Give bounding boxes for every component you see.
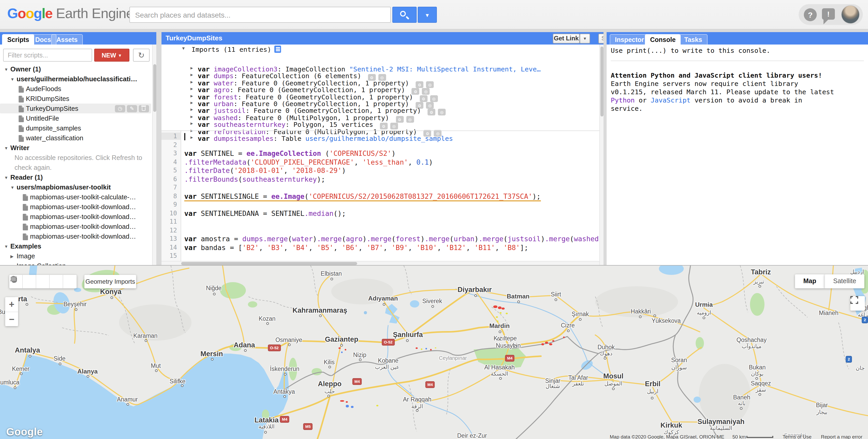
chevron-right-icon[interactable]: ▶ [190, 115, 193, 119]
tab-inspector[interactable]: Inspector [610, 34, 649, 44]
delete-trash-icon[interactable] [139, 105, 149, 112]
chevron-right-icon[interactable]: ▶ [190, 80, 193, 84]
chevron-down-icon[interactable]: ▼ [4, 242, 8, 251]
search-input[interactable] [129, 7, 391, 23]
editor-hscrollbar[interactable] [161, 261, 599, 265]
save-button[interactable]: Save [598, 34, 603, 43]
script-tree-file[interactable]: mapbiomas-user-toolkit-download… [0, 202, 151, 212]
map-city-label: Gaziantep [325, 336, 358, 343]
chevron-right-icon[interactable]: ▶ [190, 121, 193, 126]
chevron-down-icon[interactable]: ▼ [4, 143, 8, 153]
chevron-down-icon[interactable]: ▼ [10, 183, 14, 192]
collapse-arrow-icon[interactable]: ▼ [182, 46, 185, 51]
import-target-icon[interactable]: ◎ [438, 109, 446, 116]
script-tree-item[interactable]: ▼Reader (1) [0, 173, 151, 182]
chevron-right-icon[interactable]: ▶ [190, 66, 193, 70]
map-city-dot [29, 355, 31, 357]
chevron-down-icon[interactable]: ▼ [10, 74, 14, 84]
script-tree-file[interactable]: dumpsite_samples [0, 123, 151, 133]
console-notice-line: Earth Engine servers now require client … [611, 80, 863, 88]
javascript-link[interactable]: JavaScript [651, 96, 690, 104]
code-area[interactable]: var SENTINEL = ee.ImageCollection ('COPE… [161, 131, 599, 261]
chevron-right-icon[interactable]: ▶ [190, 87, 193, 91]
script-tree-file[interactable]: mapbiomas-user-toolkit-download… [0, 222, 151, 231]
import-settings-gear-icon[interactable]: ⚙ [428, 109, 435, 116]
import-asset-link[interactable]: "Sentinel-2 MSI: MultiSpectral Instrumen… [349, 65, 541, 73]
zoom-in-button[interactable]: + [5, 297, 18, 312]
script-tree-item[interactable]: ▼Examples [0, 241, 151, 251]
avatar[interactable] [841, 5, 860, 24]
script-tree-file[interactable]: UntitledFile [0, 114, 151, 123]
help-icon[interactable]: ? [804, 8, 817, 21]
rename-pencil-icon[interactable]: ✎ [127, 105, 137, 112]
file-label: AudeFloods [26, 84, 61, 94]
editor-vscrollbar[interactable] [599, 44, 603, 265]
script-tree-file[interactable]: mapbiomas-user-toolkit-calculate-… [0, 192, 151, 202]
script-tree-item[interactable]: ▼Writer [0, 143, 151, 153]
scripts-scrollbar[interactable] [152, 44, 156, 265]
chevron-right-icon[interactable]: ▶ [190, 73, 193, 77]
search-button[interactable] [392, 7, 417, 23]
chevron-right-icon[interactable]: ▶ [190, 93, 193, 98]
chevron-right-icon[interactable]: ▶ [10, 251, 13, 261]
chevron-right-icon[interactable]: ▶ [190, 107, 193, 112]
filter-scripts-input[interactable] [3, 49, 92, 62]
rectangle-icon[interactable] [63, 275, 76, 288]
tab-scripts[interactable]: Scripts [2, 34, 34, 44]
road-shield: 2 [862, 317, 868, 323]
zoom-out-button[interactable]: − [5, 312, 18, 326]
point-marker-icon[interactable] [23, 275, 36, 288]
tab-tasks[interactable]: Tasks [679, 34, 707, 44]
feedback-icon[interactable]: ! [822, 8, 835, 20]
import-description: : Feature 0 (GeometryCollection, 1 prope… [246, 107, 425, 115]
terms-of-use-link[interactable]: Terms of Use [783, 434, 812, 439]
code-token: ( [342, 235, 346, 243]
tab-assets[interactable]: Assets [51, 34, 83, 44]
script-tree-item[interactable]: ▼Owner (1) [0, 64, 151, 74]
code-token: '2018-08-29' [292, 167, 342, 175]
import-row[interactable]: ▶var imageCollection3: ImageCollection "… [198, 65, 540, 73]
map-type-satellite-button[interactable]: Satellite [825, 274, 864, 288]
map-canvas[interactable]: artaBuBeyşehirKonyaNiğdeKaramanAntalyaSi… [0, 265, 868, 439]
polyline-icon[interactable] [36, 275, 50, 288]
code-token: 'less_than' [363, 158, 408, 166]
history-icon[interactable]: ◷ [115, 105, 125, 112]
fullscreen-icon[interactable] [850, 296, 865, 311]
map-type-map-button[interactable]: Map [795, 274, 825, 288]
imports-header[interactable]: ▼ Imports (11 entries) [191, 45, 281, 53]
polygon-icon[interactable] [50, 275, 63, 288]
import-target-icon[interactable]: ◎ [406, 116, 414, 123]
script-tree-item[interactable]: ▶Image [0, 251, 151, 261]
road-shield: O-52 [382, 339, 394, 346]
script-tree-file[interactable]: mapbiomas-user-toolkit-download… [0, 231, 151, 241]
script-tree-item[interactable]: ▼users/guilhermeiablo/hueclassificati… [0, 74, 151, 84]
script-tree-item[interactable]: ▼users/mapbiomas/user-toolkit [0, 182, 151, 192]
new-script-button[interactable]: NEW ▼ [94, 49, 129, 62]
script-tree-file[interactable]: TurkeyDumpSites◷✎ [0, 103, 151, 114]
report-map-error-link[interactable]: Report a map error [821, 434, 863, 439]
script-tree-file[interactable]: water_classification [0, 133, 151, 143]
map-city-dot [181, 384, 184, 387]
import-name: washed [214, 114, 238, 122]
chevron-down-icon[interactable]: ▼ [4, 64, 8, 74]
map-city-label: Kirkuk [660, 421, 682, 429]
imports-doc-icon[interactable] [274, 45, 281, 53]
script-tree-file[interactable]: AudeFloods [0, 84, 151, 94]
chevron-down-icon[interactable]: ▼ [4, 173, 8, 183]
scrollbar-thumb[interactable] [153, 64, 156, 112]
geometry-imports-button[interactable]: Geometry Imports [84, 275, 136, 288]
chevron-right-icon[interactable]: ▶ [10, 261, 13, 265]
get-link-button[interactable]: Get Link [553, 34, 580, 43]
script-tree-file[interactable]: KRIDumpSites [0, 94, 151, 103]
script-tree-item[interactable]: ▶Image Collection [0, 261, 151, 265]
chevron-right-icon[interactable]: ▶ [190, 100, 193, 105]
scrollbar-thumb[interactable] [181, 262, 357, 265]
search-options-dropdown[interactable]: ▼ [418, 7, 437, 23]
refresh-button[interactable]: ↻ [133, 49, 150, 62]
tab-console[interactable]: Console [645, 34, 681, 44]
script-tree-file[interactable]: mapbiomas-user-toolkit-download… [0, 212, 151, 222]
map-city-label: umluca [0, 379, 20, 385]
get-link-dropdown[interactable]: ▾ [580, 34, 590, 43]
python-link[interactable]: Python [611, 96, 634, 104]
scrollbar-thumb[interactable] [600, 46, 603, 117]
